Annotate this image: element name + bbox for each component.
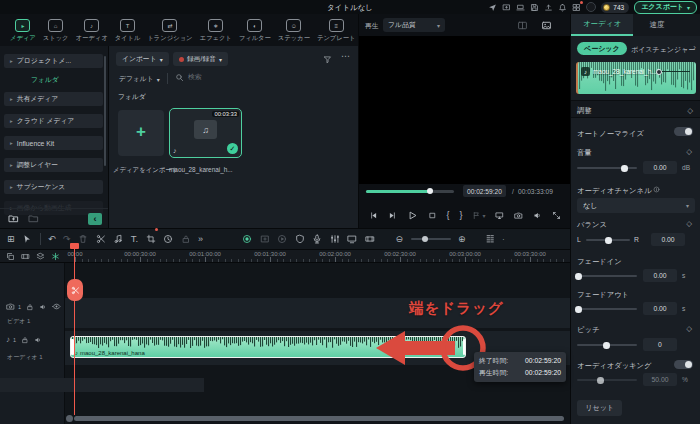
sidebar-item-cloud-media[interactable]: ▸クラウド メディア [4,114,103,128]
filmstrip-button[interactable] [365,234,375,244]
tab-media[interactable]: ▸メディア [10,19,36,43]
search-input[interactable]: 検索 [175,72,202,82]
import-media-tile[interactable]: + [118,110,164,156]
ducking-slider[interactable] [577,379,637,381]
display-output-button[interactable] [495,211,504,220]
keyframe-diamond-icon[interactable]: ◇ [686,324,692,333]
sidebar-item-adjustment-layer[interactable]: ▸調整レイヤー [4,158,103,172]
ducking-slider-thumb[interactable] [597,377,604,384]
coin-badge[interactable]: 743 [601,2,629,13]
tab-sticker[interactable]: ☺ステッカー [278,19,310,43]
fullscreen-button[interactable] [552,211,561,220]
adjust-section-header[interactable]: 調整 ◇ [571,100,700,118]
subtab-voice-changer[interactable]: ボイスチェンジャー [631,45,695,55]
seek-thumb[interactable] [427,188,433,194]
background-icon[interactable] [541,20,552,31]
split-button[interactable] [96,234,106,244]
upload-icon[interactable] [544,3,553,12]
add-marker-button[interactable] [260,234,270,244]
tab-title[interactable]: Tタイトル [115,19,141,43]
keyframe-diamond-icon[interactable]: ◇ [687,106,693,115]
filter-list-icon[interactable] [323,55,332,64]
mute-track-icon[interactable] [39,303,47,311]
tab-transition[interactable]: ⇄トランジション [147,19,192,43]
fade-in-value[interactable]: 0.00 [643,269,677,282]
inspector-clip-preview[interactable]: ♪ maou_28_karenai_h... [576,62,696,94]
sort-dropdown[interactable]: デフォルト▾ [119,74,160,84]
import-window-icon[interactable] [502,3,511,12]
sidebar-item-subsequence[interactable]: ▸サブシーケンス [4,180,103,194]
stop-button[interactable] [428,211,437,220]
layers-icon[interactable] [36,252,45,261]
keyframe-diamond-icon[interactable]: ◇ [686,219,692,228]
autonormalize-toggle[interactable] [674,127,693,136]
notifications-icon[interactable] [558,3,567,12]
collapse-sidebar-button[interactable]: ‹ [88,213,102,225]
sidebar-scrollbar[interactable] [104,56,106,166]
tab-stock[interactable]: ⌂ストック [43,19,69,43]
keyframe-record-button[interactable] [242,234,252,244]
sidebar-item-influence-kit[interactable]: ▸Influence Kit [4,136,103,150]
pitch-value[interactable]: 0 [643,338,677,351]
folder-icon[interactable] [28,213,39,224]
fade-in-slider-thumb[interactable] [575,273,582,280]
toolbox-icon[interactable]: ⊞ [7,235,15,244]
clip-right-handle[interactable] [463,339,466,355]
tab-filter[interactable]: ◐フィルター [239,19,271,43]
chevron-right-icon[interactable]: › [693,43,696,52]
tab-audio-settings[interactable]: オーディオ [571,14,633,36]
timeline-zoom-thumb[interactable] [422,236,428,242]
render-button[interactable] [181,234,191,244]
audio-clip[interactable]: ♪maou_28_karenai_hana [70,336,466,358]
more-tools-icon[interactable]: » [198,235,203,244]
media-view-icon[interactable] [21,252,30,261]
new-folder-icon[interactable] [8,213,19,224]
keyframe-diamond-icon[interactable]: ◇ [686,147,692,156]
protect-button[interactable] [295,234,305,244]
channel-dropdown[interactable]: なし ▾ [577,198,695,213]
lock-track-icon[interactable] [21,336,29,344]
timeline-zoom-slider[interactable] [411,238,451,240]
volume-slider[interactable] [577,167,637,169]
sidebar-item-shared-media[interactable]: ▸共有メディア [4,92,103,106]
balance-slider-thumb[interactable] [605,237,612,244]
previous-frame-button[interactable] [369,211,378,220]
manage-tracks-icon[interactable] [6,252,15,261]
audio-media-tile[interactable]: 00:03:33 ♫ ♪ ✓ [169,108,242,158]
volume-slider-thumb[interactable] [621,165,628,172]
audio-mixer-button[interactable] [330,234,340,244]
zoom-in-button[interactable]: ⊕ [458,235,466,244]
sidebar-item-folder[interactable]: フォルダ [4,73,103,87]
tab-template[interactable]: ≡テンプレート [317,19,356,43]
fade-out-slider-thumb[interactable] [575,306,582,313]
play-button[interactable] [407,210,418,221]
speed-button[interactable] [163,234,173,244]
share-icon[interactable] [488,3,497,12]
more-menu-icon[interactable]: ⋯ [341,51,350,61]
apps-icon[interactable] [572,3,581,12]
preview-render-button[interactable] [277,234,287,244]
mute-button[interactable] [533,211,542,220]
device-icon[interactable] [516,3,525,12]
voiceover-button[interactable] [312,234,322,244]
track-height-button[interactable] [485,234,495,244]
snapshot-button[interactable] [514,211,523,220]
aspect-ratio-icon[interactable] [517,20,528,31]
mark-out-button[interactable]: } [459,211,462,220]
volume-value[interactable]: 0.00 [643,161,677,174]
select-tool-icon[interactable] [22,234,32,244]
timeline-ruler[interactable]: 00:00 00:00:30:00 00:01:00:00 00:01:30:0… [65,250,570,263]
zoom-out-button[interactable]: ⊖ [396,235,404,244]
next-frame-button[interactable] [388,211,397,220]
flag-marker-button[interactable]: ▾ [472,211,485,220]
timeline-scrollbar[interactable] [74,416,564,421]
clip-volume-knob[interactable] [656,69,662,75]
export-button[interactable]: エクスポート ▾ [634,1,697,14]
hide-track-icon[interactable] [52,302,61,311]
tab-effect[interactable]: ∗エフェクト [200,19,232,43]
tab-speed-settings[interactable]: 速度 [633,14,681,36]
delete-button[interactable] [78,234,88,244]
subtab-basic[interactable]: ベーシック [577,42,627,55]
fade-in-slider[interactable] [577,275,637,277]
undo-button[interactable]: ↶ [48,235,56,244]
